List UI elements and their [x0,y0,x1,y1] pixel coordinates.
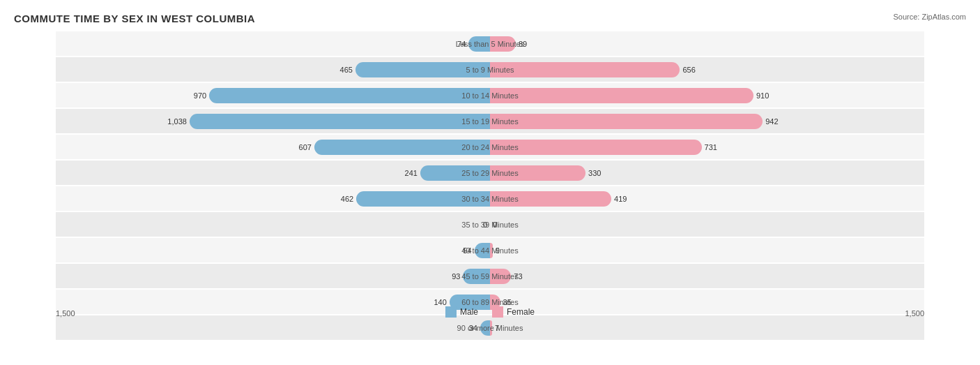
female-bar [490,243,493,258]
female-bar [490,320,492,336]
female-bar [490,88,753,103]
rows-area: 74 Less than 5 Minutes 89 465 5 to 9 Min… [56,31,924,293]
female-value: 35 [503,298,512,306]
axis-right: 1,500 [905,309,924,318]
table-row: 74 Less than 5 Minutes 89 [56,31,924,56]
legend-female-label: Female [507,307,535,317]
left-section: 970 [56,83,490,107]
male-bar [356,191,490,207]
male-bar [190,114,490,129]
right-section: 0 [490,212,924,237]
left-section: 241 [56,161,490,185]
male-value: 54 [463,246,471,255]
legend-female-box [492,306,503,318]
female-bar [490,269,511,284]
legend-male: Male [445,306,478,318]
female-value: 330 [588,169,601,177]
right-section: 942 [490,109,924,133]
male-value: 465 [340,66,353,74]
table-row: 54 40 to 44 Minutes 9 [56,238,924,262]
female-value: 7 [495,324,499,332]
chart-container: COMMUTE TIME BY SEX IN WEST COLUMBIA Sou… [0,0,980,365]
female-value: 9 [496,246,500,255]
table-row: 93 45 to 59 Minutes 73 [56,264,924,288]
table-row: 241 25 to 29 Minutes 330 [56,161,924,185]
left-section: 93 [56,264,490,288]
left-section: 74 [56,31,490,56]
male-value: 34 [469,324,477,332]
legend: Male Female [445,306,535,318]
right-section: 330 [490,161,924,185]
male-bar [480,320,490,336]
left-section: 0 [56,212,490,237]
male-bar [209,88,490,103]
male-value: 462 [341,195,353,203]
male-bar [314,140,490,155]
female-bar [490,140,702,155]
female-bar [490,114,763,129]
right-section: 656 [490,57,924,82]
male-value: 0 [483,221,487,229]
male-value: 607 [299,143,312,151]
right-section: 89 [490,31,924,56]
legend-male-box [445,306,457,318]
female-bar [490,36,516,52]
right-section: 9 [490,238,924,262]
male-bar [355,62,490,77]
chart-title: COMMUTE TIME BY SEX IN WEST COLUMBIA [14,13,966,24]
male-value: 140 [434,298,447,306]
male-value: 93 [452,272,460,281]
table-row: 1,038 15 to 19 Minutes 942 [56,109,924,133]
table-row: 0 35 to 39 Minutes 0 [56,212,924,237]
male-value: 241 [405,169,418,177]
left-section: 1,038 [56,109,490,133]
female-value: 942 [765,117,778,126]
female-value: 419 [614,195,627,203]
axis-left: 1,500 [56,309,75,318]
chart-area: 74 Less than 5 Minutes 89 465 5 to 9 Min… [14,31,966,318]
table-row: 465 5 to 9 Minutes 656 [56,57,924,82]
male-bar [475,243,490,258]
table-row: 607 20 to 24 Minutes 731 [56,135,924,159]
male-bar [468,36,490,52]
table-row: 462 30 to 34 Minutes 419 [56,186,924,211]
male-value: 1,038 [167,117,187,126]
legend-female: Female [492,306,535,318]
female-bar [490,191,611,207]
right-section: 731 [490,135,924,159]
female-value: 656 [682,66,695,74]
female-value: 910 [756,91,769,100]
male-value: 970 [194,91,206,100]
left-section: 462 [56,186,490,211]
right-section: 419 [490,186,924,211]
female-value: 731 [705,143,717,151]
right-section: 7 [490,315,924,340]
female-value: 0 [493,221,497,229]
female-value: 73 [514,272,522,281]
female-bar [490,165,585,181]
right-section: 73 [490,264,924,288]
table-row: 34 90 or more Minutes 7 [56,315,924,340]
source-label: Source: ZipAtlas.com [893,13,966,21]
male-bar [463,269,490,284]
left-section: 54 [56,238,490,262]
left-section: 607 [56,135,490,159]
female-value: 89 [519,40,527,48]
legend-male-label: Male [460,307,478,317]
right-section: 910 [490,83,924,107]
left-section: 465 [56,57,490,82]
male-value: 74 [457,40,466,48]
male-bar [420,165,490,181]
female-bar [490,62,680,77]
left-section: 34 [56,315,490,340]
table-row: 970 10 to 14 Minutes 910 [56,83,924,107]
